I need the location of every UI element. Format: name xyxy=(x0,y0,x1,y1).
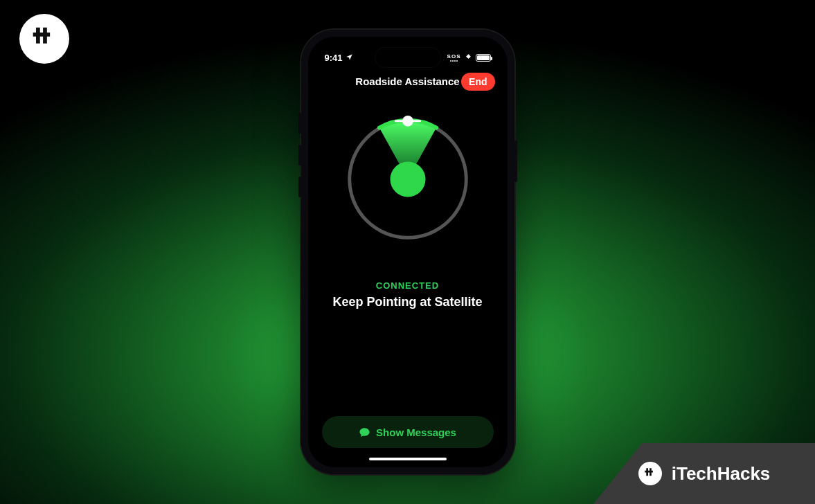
brand-logo-top-left xyxy=(19,14,69,64)
sos-indicator: SOS xyxy=(447,54,461,62)
battery-icon xyxy=(476,54,491,62)
itechhacks-glyph-icon xyxy=(643,466,658,481)
brand-tag-bottom-right: iTechHacks xyxy=(593,443,815,504)
page-title: Roadside Assistance xyxy=(355,75,459,87)
brand-name: iTechHacks xyxy=(672,463,771,485)
svg-point-5 xyxy=(402,116,413,127)
iphone-mock: 9:41 SOS Roadside Assistance End xyxy=(301,30,514,474)
location-icon xyxy=(346,53,353,63)
svg-point-2 xyxy=(390,162,425,197)
end-button[interactable]: End xyxy=(461,73,494,91)
home-indicator[interactable] xyxy=(369,458,447,460)
status-bar: 9:41 SOS xyxy=(310,49,506,66)
satellite-compass xyxy=(310,111,506,247)
connection-instruction: Keep Pointing at Satellite xyxy=(310,295,506,309)
nav-bar: Roadside Assistance End xyxy=(310,75,506,87)
sos-label: SOS xyxy=(447,54,461,60)
brand-logo-small xyxy=(638,462,662,485)
connection-status-block: CONNECTED Keep Pointing at Satellite xyxy=(310,280,506,309)
phone-screen: 9:41 SOS Roadside Assistance End xyxy=(310,38,506,466)
chat-bubble-icon xyxy=(359,426,370,438)
status-time: 9:41 xyxy=(325,53,343,63)
satellite-icon xyxy=(465,53,472,63)
show-messages-label: Show Messages xyxy=(376,426,456,438)
connection-state: CONNECTED xyxy=(310,280,506,291)
show-messages-button[interactable]: Show Messages xyxy=(322,416,494,448)
itechhacks-glyph-icon xyxy=(28,23,60,55)
